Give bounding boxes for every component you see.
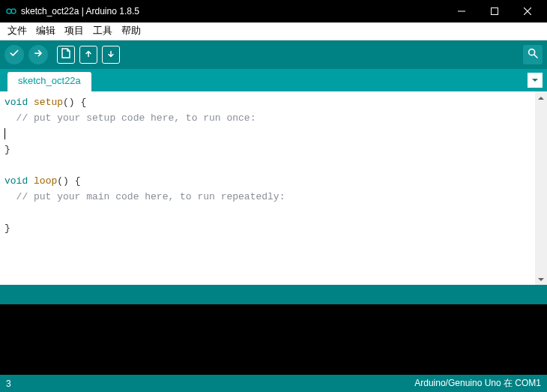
menu-bar: 文件 编辑 项目 工具 帮助 bbox=[0, 22, 547, 40]
menu-file[interactable]: 文件 bbox=[3, 25, 31, 37]
serial-monitor-button[interactable] bbox=[523, 45, 543, 64]
code-comment: // put your setup code here, to run once… bbox=[4, 112, 256, 124]
code-editor[interactable]: void setup() { // put your setup code he… bbox=[0, 91, 535, 285]
arrow-up-icon bbox=[84, 48, 93, 61]
caret-down-icon bbox=[538, 272, 544, 286]
code-keyword: void bbox=[4, 175, 28, 187]
arrow-down-icon bbox=[106, 48, 115, 61]
status-line-number: 3 bbox=[6, 379, 11, 389]
tab-strip: sketch_oct22a bbox=[0, 69, 547, 91]
file-icon bbox=[61, 48, 70, 61]
code-function: setup bbox=[34, 97, 63, 108]
menu-help[interactable]: 帮助 bbox=[117, 25, 145, 37]
close-button[interactable] bbox=[511, 0, 544, 22]
tab-menu-button[interactable] bbox=[528, 73, 543, 88]
editor-scrollbar[interactable] bbox=[535, 91, 547, 285]
code-keyword: void bbox=[4, 97, 28, 108]
open-sketch-button[interactable] bbox=[79, 46, 97, 64]
scroll-down-button[interactable] bbox=[535, 273, 547, 285]
code-text: () { bbox=[57, 175, 80, 187]
code-text: } bbox=[4, 144, 10, 155]
window-title: sketch_oct22a | Arduino 1.8.5 bbox=[21, 6, 445, 16]
text-cursor bbox=[4, 128, 5, 139]
message-bar bbox=[0, 285, 547, 304]
editor-area: void setup() { // put your setup code he… bbox=[0, 91, 547, 285]
svg-line-7 bbox=[534, 55, 537, 58]
new-sketch-button[interactable] bbox=[57, 46, 75, 64]
status-board-port: Arduino/Genuino Uno 在 COM1 bbox=[414, 377, 541, 390]
menu-sketch[interactable]: 项目 bbox=[60, 25, 88, 37]
code-function: loop bbox=[34, 175, 57, 187]
save-sketch-button[interactable] bbox=[102, 46, 120, 64]
svg-point-0 bbox=[7, 9, 11, 13]
code-comment: // put your main code here, to run repea… bbox=[4, 191, 285, 202]
status-bar: 3 Arduino/Genuino Uno 在 COM1 bbox=[0, 375, 547, 392]
svg-point-1 bbox=[11, 9, 16, 13]
code-text: } bbox=[4, 223, 10, 234]
tab-sketch[interactable]: sketch_oct22a bbox=[7, 72, 91, 91]
arrow-right-icon bbox=[33, 48, 43, 61]
svg-rect-2 bbox=[458, 11, 465, 12]
verify-button[interactable] bbox=[4, 45, 24, 64]
caret-up-icon bbox=[538, 91, 544, 104]
scroll-up-button[interactable] bbox=[535, 91, 547, 103]
magnifier-icon bbox=[527, 47, 539, 62]
title-bar: sketch_oct22a | Arduino 1.8.5 bbox=[0, 0, 547, 22]
svg-rect-3 bbox=[492, 8, 498, 15]
menu-edit[interactable]: 编辑 bbox=[31, 25, 60, 37]
check-icon bbox=[9, 48, 19, 61]
maximize-button[interactable] bbox=[478, 0, 511, 22]
menu-tools[interactable]: 工具 bbox=[88, 25, 117, 37]
code-text: () { bbox=[63, 97, 86, 108]
arduino-logo-icon bbox=[6, 6, 16, 16]
console-output[interactable] bbox=[0, 304, 547, 375]
caret-down-icon bbox=[531, 73, 539, 87]
minimize-button[interactable] bbox=[445, 0, 478, 22]
toolbar bbox=[0, 40, 547, 69]
upload-button[interactable] bbox=[28, 45, 48, 64]
